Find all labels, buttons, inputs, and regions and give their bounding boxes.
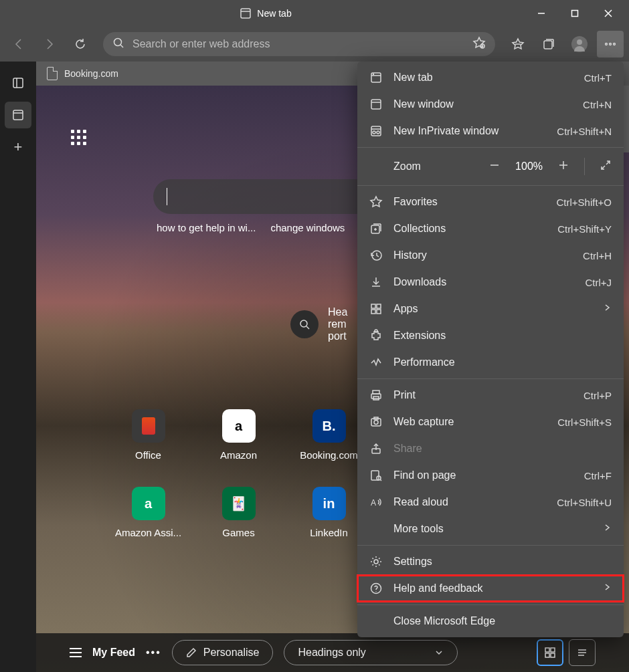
- menu-item-read-aloud[interactable]: A Read aloud Ctrl+Shift+U: [357, 489, 624, 516]
- svg-rect-30: [545, 653, 549, 657]
- svg-rect-29: [551, 648, 555, 652]
- blank-icon: [369, 522, 383, 536]
- blank-icon: [369, 614, 383, 628]
- menu-item-new-window[interactable]: New window Ctrl+N: [357, 91, 624, 118]
- svg-rect-14: [544, 41, 552, 49]
- svg-point-76: [375, 591, 376, 592]
- vertical-tabs-sidebar: +: [0, 62, 36, 672]
- svg-text:A: A: [371, 498, 376, 508]
- svg-point-42: [373, 131, 375, 134]
- star-icon: [369, 195, 383, 209]
- trending-item[interactable]: how to get help in wi...: [157, 222, 256, 233]
- newtab-icon: [369, 71, 383, 84]
- menu-item-print[interactable]: Print Ctrl+P: [357, 382, 624, 409]
- tab-icon: [240, 7, 252, 19]
- ext-icon: [369, 329, 383, 342]
- minimize-button[interactable]: [526, 3, 557, 24]
- svg-point-26: [300, 320, 307, 327]
- fullscreen-button[interactable]: [600, 159, 612, 174]
- svg-rect-0: [241, 9, 250, 18]
- menu-item-web-capture[interactable]: Web capture Ctrl+Shift+S: [357, 409, 624, 435]
- svg-point-20: [610, 43, 612, 45]
- feed-bar: My Feed ••• Personalise Headings only: [36, 633, 629, 672]
- zoom-row: Zoom 100%: [357, 150, 624, 183]
- favorites-button[interactable]: [505, 31, 531, 58]
- menu-item-new-inprivate-window[interactable]: New InPrivate window Ctrl+Shift+N: [357, 118, 624, 144]
- menu-item-history[interactable]: History Ctrl+H: [357, 242, 624, 269]
- menu-item-new-tab[interactable]: New tab Ctrl+T: [357, 64, 624, 91]
- more-button[interactable]: [597, 31, 624, 58]
- quick-link[interactable]: aAmazon: [193, 409, 284, 487]
- trending-item[interactable]: change windows: [270, 222, 345, 233]
- svg-point-19: [606, 43, 608, 45]
- menu-item-close-microsoft-edge[interactable]: Close Microsoft Edge: [357, 608, 624, 635]
- menu-item-apps[interactable]: Apps: [357, 296, 624, 322]
- new-tab-button[interactable]: +: [5, 134, 31, 160]
- menu-item-help-and-feedback[interactable]: Help and feedback: [357, 575, 624, 602]
- svg-line-7: [120, 45, 123, 47]
- quick-link[interactable]: aAmazon Assi...: [103, 487, 193, 564]
- settings-menu: New tab Ctrl+T New window Ctrl+N New InP…: [357, 62, 624, 637]
- menu-item-share: Share: [357, 435, 624, 462]
- svg-rect-70: [371, 471, 379, 480]
- svg-point-6: [114, 39, 122, 46]
- vertical-tab-current[interactable]: [5, 102, 31, 128]
- svg-point-74: [374, 560, 378, 564]
- close-button[interactable]: [593, 3, 624, 24]
- svg-rect-59: [377, 304, 381, 308]
- search-icon: [112, 37, 124, 51]
- feed-more-icon[interactable]: •••: [146, 647, 161, 659]
- svg-rect-38: [371, 100, 381, 109]
- search-icon: [290, 310, 319, 338]
- chevron-right-icon: [602, 523, 612, 535]
- svg-rect-24: [13, 110, 23, 120]
- feed-menu-icon[interactable]: [70, 648, 82, 657]
- menu-item-collections[interactable]: Collections Ctrl+Shift+Y: [357, 215, 624, 242]
- svg-rect-28: [545, 648, 549, 652]
- trending-searches: how to get help in wi... change windows: [157, 222, 345, 233]
- svg-rect-60: [371, 310, 375, 314]
- zoom-in-button[interactable]: [557, 159, 569, 174]
- zoom-out-button[interactable]: [488, 159, 501, 174]
- menu-item-settings[interactable]: Settings: [357, 548, 624, 575]
- menu-item-more-tools[interactable]: More tools: [357, 516, 624, 542]
- title-bar: New tab: [0, 0, 629, 27]
- profile-button[interactable]: [566, 31, 593, 58]
- svg-marker-49: [371, 197, 381, 207]
- quick-link[interactable]: Office: [103, 409, 193, 487]
- svg-rect-22: [13, 78, 23, 88]
- collections-button[interactable]: [535, 31, 562, 58]
- layout-dropdown[interactable]: Headings only: [284, 640, 458, 665]
- tab-label[interactable]: Booking.com: [64, 68, 118, 79]
- share-icon: [369, 442, 383, 455]
- tab-actions-button[interactable]: [5, 70, 31, 96]
- personalise-button[interactable]: Personalise: [172, 640, 274, 665]
- headlines-text: Hea rem port: [328, 306, 347, 342]
- back-button[interactable]: [5, 31, 32, 58]
- menu-item-downloads[interactable]: Downloads Ctrl+J: [357, 269, 624, 296]
- svg-point-37: [373, 74, 374, 75]
- chevron-right-icon: [602, 303, 612, 315]
- grid-view-button[interactable]: [537, 639, 563, 666]
- list-view-button[interactable]: [569, 639, 596, 666]
- menu-item-find-on-page[interactable]: Find on page Ctrl+F: [357, 462, 624, 489]
- find-icon: [369, 469, 383, 482]
- menu-item-favorites[interactable]: Favorites Ctrl+Shift+O: [357, 189, 624, 215]
- settings-icon: [369, 555, 383, 568]
- app-launcher-icon[interactable]: [71, 130, 86, 145]
- refresh-button[interactable]: [67, 31, 94, 58]
- forward-button[interactable]: [36, 31, 63, 58]
- menu-item-performance[interactable]: Performance: [357, 349, 624, 376]
- toolbar: Search or enter web address: [0, 27, 629, 62]
- svg-rect-31: [551, 653, 555, 657]
- menu-item-extensions[interactable]: Extensions: [357, 322, 624, 349]
- capture-icon: [369, 415, 383, 429]
- inprivate-icon: [369, 124, 383, 138]
- svg-rect-40: [371, 126, 381, 136]
- quick-link[interactable]: 🃏Games: [193, 487, 284, 564]
- maximize-button[interactable]: [559, 3, 590, 24]
- address-bar[interactable]: Search or enter web address: [103, 32, 495, 56]
- svg-point-18: [577, 39, 582, 45]
- print-icon: [369, 388, 383, 402]
- add-favorite-icon[interactable]: [472, 36, 486, 52]
